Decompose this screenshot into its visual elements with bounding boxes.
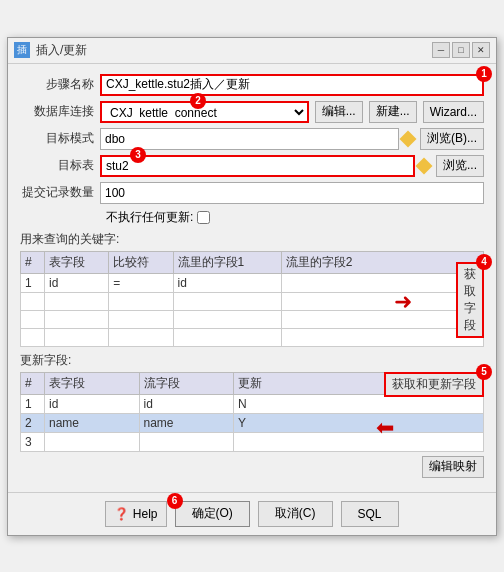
commit-count-row: 提交记录数量 [20,182,484,204]
query-row1-num: 1 [21,273,45,292]
cancel-button[interactable]: 取消(C) [258,501,333,527]
commit-count-input[interactable] [100,182,484,204]
help-button[interactable]: ❓ Help [105,501,166,527]
get-update-area: 获取和更新字段 5 [384,372,484,397]
close-button[interactable]: ✕ [472,42,490,58]
badge-3: 3 [130,147,146,163]
title-buttons: ─ □ ✕ [432,42,490,58]
target-table-label: 目标表 [20,157,100,174]
badge-4: 4 [476,254,492,270]
update-row1-stream[interactable]: id [139,394,234,413]
query-row1-stream2[interactable] [281,273,483,292]
edit-button[interactable]: 编辑... [315,101,363,123]
target-schema-input[interactable] [100,128,399,150]
wizard-button[interactable]: Wizard... [423,101,484,123]
query-row1-stream1[interactable]: id [173,273,281,292]
target-schema-label: 目标模式 [20,130,100,147]
form-content: 步骤名称 1 数据库连接 CXJ_kettle_connect 2 编辑... … [8,64,496,492]
table-row [21,328,484,346]
table-row [21,310,484,328]
query-row1-comparator[interactable]: = [109,273,173,292]
bottom-bar: ❓ Help 确定(O) 6 取消(C) SQL [8,492,496,535]
query-row1-table-field[interactable]: id [45,273,109,292]
query-col-table-field: 表字段 [45,251,109,273]
query-col-num: # [21,251,45,273]
update-col-num: # [21,372,45,394]
update-row1-num: 1 [21,394,45,413]
badge-2: 2 [190,93,206,109]
update-row1-update[interactable]: N [234,394,484,413]
update-row3-update[interactable] [234,432,484,451]
target-schema-row: 目标模式 浏览(B)... [20,128,484,150]
commit-count-label: 提交记录数量 [20,184,100,201]
update-row2-stream[interactable]: name [139,413,234,432]
update-row3-num: 3 [21,432,45,451]
update-row3-stream[interactable] [139,432,234,451]
target-table-input[interactable] [100,155,415,177]
update-row2-num: 2 [21,413,45,432]
table-diamond-icon [415,157,432,174]
update-col-stream: 流字段 [139,372,234,394]
badge-5: 5 [476,364,492,380]
window-icon: 插 [14,42,30,58]
arrow-right-icon: ➜ [394,291,412,313]
no-update-label: 不执行任何更新: [106,209,193,226]
table-row: 1 id id N [21,394,484,413]
query-section-title: 用来查询的关键字: [20,231,484,248]
edit-mapping-button[interactable]: 编辑映射 [422,456,484,478]
arrow-left-icon: ⬅ [376,417,394,439]
title-bar-left: 插 插入/更新 [14,42,87,59]
title-bar: 插 插入/更新 ─ □ ✕ [8,38,496,64]
badge-1: 1 [476,66,492,82]
no-update-row: 不执行任何更新: [20,209,484,226]
query-col-stream2: 流里的字段2 [281,251,483,273]
update-row1-table-field[interactable]: id [45,394,140,413]
schema-diamond-icon [400,130,417,147]
get-field-button[interactable]: 获取字段 [456,262,484,338]
db-connect-label: 数据库连接 [20,103,100,120]
update-table-wrapper: # 表字段 流字段 更新 1 id id N 2 name [20,372,484,452]
get-update-button[interactable]: 获取和更新字段 [384,372,484,397]
maximize-button[interactable]: □ [452,42,470,58]
query-col-stream1: 流里的字段1 [173,251,281,273]
update-section-title: 更新字段: [20,352,484,369]
update-col-table-field: 表字段 [45,372,140,394]
query-table: # 表字段 比较符 流里的字段1 流里的字段2 1 id = id [20,251,484,347]
browse-button[interactable]: 浏览(B)... [420,128,484,150]
browse2-button[interactable]: 浏览... [436,155,484,177]
sql-button[interactable]: SQL [341,501,399,527]
badge-6: 6 [167,493,183,509]
table-row [21,292,484,310]
update-row2-table-field[interactable]: name [45,413,140,432]
minimize-button[interactable]: ─ [432,42,450,58]
no-update-checkbox[interactable] [197,211,210,224]
table-row: 3 [21,432,484,451]
step-name-label: 步骤名称 [20,76,100,93]
main-window: 插 插入/更新 ─ □ ✕ 步骤名称 1 数据库连接 CXJ_kettle_co… [7,37,497,536]
step-name-row: 步骤名称 1 [20,74,484,96]
query-col-comparator: 比较符 [109,251,173,273]
table-row: 1 id = id [21,273,484,292]
update-row3-table-field[interactable] [45,432,140,451]
window-title: 插入/更新 [36,42,87,59]
table-row: 2 name name Y [21,413,484,432]
new-button[interactable]: 新建... [369,101,417,123]
query-table-wrapper: # 表字段 比较符 流里的字段1 流里的字段2 1 id = id [20,251,484,347]
confirm-button[interactable]: 确定(O) [175,501,250,527]
step-name-input[interactable] [100,74,484,96]
update-row2-update[interactable]: Y [234,413,484,432]
target-table-row: 目标表 3 浏览... [20,155,484,177]
db-connect-row: 数据库连接 CXJ_kettle_connect 2 编辑... 新建... W… [20,101,484,123]
